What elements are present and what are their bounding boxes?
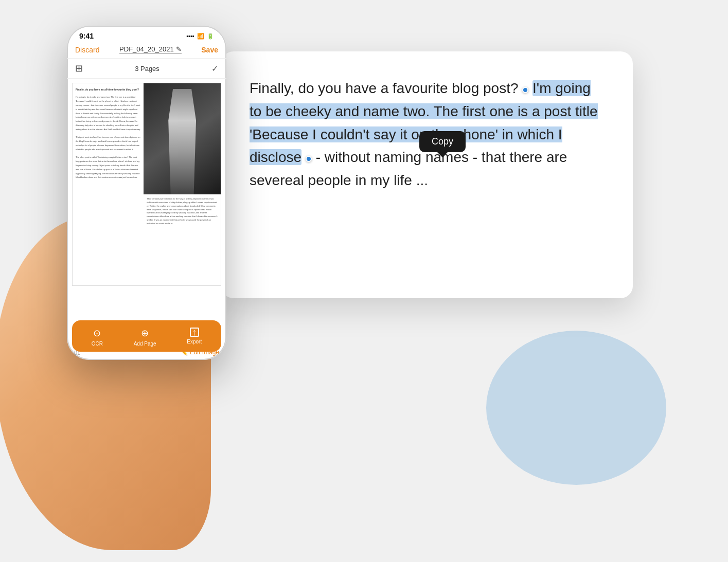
- status-bar: 9:41 ▪▪▪▪ 📶 🔋: [67, 26, 226, 42]
- copy-tooltip[interactable]: Copy: [419, 131, 466, 152]
- page-count: 3 Pages: [135, 65, 159, 72]
- text-favourite: favourite blog post?: [393, 80, 522, 96]
- bottom-toolbar: ⊙ OCR ⊕ Add Page ↑ Export: [72, 320, 221, 352]
- file-name: PDF_04_20_2021 ✎: [119, 45, 182, 54]
- ocr-label: OCR: [92, 341, 103, 347]
- status-time: 9:41: [79, 32, 94, 40]
- wifi-icon: 📶: [197, 33, 204, 40]
- app-header: Discard PDF_04_20_2021 ✎ Save: [67, 42, 226, 59]
- doc-left-column: Finally, do you have an all-time favouri…: [73, 83, 144, 285]
- add-page-icon: ⊕: [141, 328, 149, 339]
- ocr-button[interactable]: ⊙ OCR: [92, 328, 103, 347]
- text-popup-card: Copy Finally, do you have a favourite bl…: [221, 51, 633, 298]
- edit-filename-icon[interactable]: ✎: [176, 45, 182, 53]
- doc-image: [144, 83, 221, 194]
- grid-icon[interactable]: ⊞: [75, 63, 83, 74]
- doc-right-text: They certainly weren't ready for the fur…: [144, 194, 221, 228]
- discard-button[interactable]: Discard: [75, 46, 99, 54]
- check-icon[interactable]: ✓: [211, 64, 218, 74]
- page-toolbar: ⊞ 3 Pages ✓: [67, 59, 226, 79]
- ocr-icon: ⊙: [93, 328, 101, 339]
- status-icons: ▪▪▪▪ 📶 🔋: [186, 33, 214, 40]
- phone-wrapper: 9:41 ▪▪▪▪ 📶 🔋 Discard PDF_04_20_2021 ✎ S…: [15, 10, 283, 550]
- export-button[interactable]: ↑ Export: [187, 328, 202, 347]
- file-name-text: PDF_04_20_2021: [119, 45, 174, 53]
- phone-device: 9:41 ▪▪▪▪ 📶 🔋 Discard PDF_04_20_2021 ✎ S…: [67, 26, 226, 360]
- save-button[interactable]: Save: [201, 46, 218, 54]
- copy-label: Copy: [432, 136, 453, 147]
- add-page-label: Add Page: [134, 341, 156, 347]
- selection-handle-end[interactable]: [306, 156, 312, 162]
- doc-body-text: I'm going to be cheeky and name two. The…: [76, 96, 140, 178]
- background-shape: [486, 331, 666, 485]
- add-page-button[interactable]: ⊕ Add Page: [134, 328, 156, 347]
- battery-icon: 🔋: [207, 33, 214, 40]
- export-label: Export: [187, 339, 202, 345]
- signal-icon: ▪▪▪▪: [186, 33, 194, 39]
- doc-right-column: They certainly weren't ready for the fur…: [144, 83, 221, 285]
- doc-heading: Finally, do you have an all-time favouri…: [76, 88, 139, 91]
- document-page: Finally, do you have an all-time favouri…: [72, 83, 221, 286]
- doc-person-silhouette: [159, 89, 205, 194]
- export-icon: ↑: [190, 328, 199, 337]
- selection-handle-start[interactable]: [522, 87, 528, 93]
